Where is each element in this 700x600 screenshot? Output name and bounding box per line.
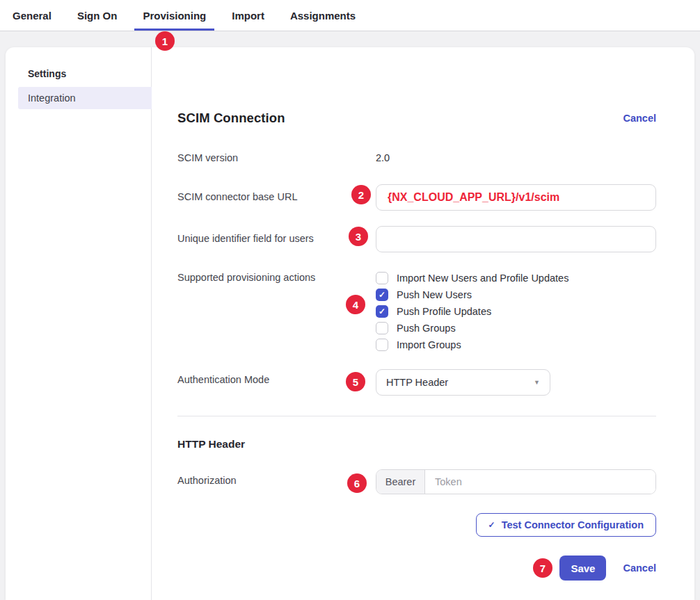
scim-version-value: 2.0: [376, 152, 656, 163]
annotation-badge-4: 4: [346, 295, 365, 314]
auth-mode-select[interactable]: HTTP Header ▼: [376, 369, 550, 396]
token-input[interactable]: [425, 470, 655, 494]
chevron-down-icon: ▼: [534, 380, 540, 386]
checkbox-import-groups[interactable]: [376, 339, 388, 351]
authorization-input-group: Bearer: [376, 469, 656, 494]
checkbox-label: Push Profile Updates: [397, 306, 491, 317]
base-url-input[interactable]: [376, 184, 656, 211]
checkbox-label: Push Groups: [397, 323, 456, 334]
sidebar-item-integration[interactable]: Integration: [18, 87, 152, 109]
settings-sidebar: Settings Integration: [6, 47, 152, 600]
checkbox-row-push-new-users[interactable]: Push New Users: [376, 286, 656, 303]
scim-version-label: SCIM version: [177, 152, 376, 163]
checkbox-row-push-profile-updates[interactable]: Push Profile Updates: [376, 303, 656, 320]
provisioning-card: Settings Integration SCIM Connection Can…: [6, 47, 694, 600]
page-title: SCIM Connection: [177, 111, 285, 126]
annotation-badge-7: 7: [533, 558, 552, 578]
unique-identifier-label: Unique identifier field for users: [177, 226, 376, 252]
http-header-section-title: HTTP Header: [177, 438, 656, 452]
checkbox-label: Push New Users: [397, 289, 472, 300]
sidebar-heading: Settings: [28, 68, 151, 79]
authorization-label: Authorization: [177, 469, 376, 494]
checkbox-label: Import Groups: [397, 339, 461, 350]
annotation-badge-5: 5: [346, 372, 365, 391]
scim-connection-form: SCIM Connection Cancel SCIM version 2.0 …: [152, 47, 694, 600]
tab-general[interactable]: General: [4, 0, 60, 31]
test-connector-label: Test Connector Configuration: [502, 519, 644, 530]
provisioning-actions-group: Import New Users and Profile Updates Pus…: [376, 270, 656, 353]
annotation-badge-3: 3: [349, 227, 368, 246]
checkbox-push-profile-updates[interactable]: [376, 305, 388, 318]
tab-import[interactable]: Import: [223, 0, 273, 31]
check-icon: ✓: [488, 520, 495, 530]
checkbox-import-new-users[interactable]: [376, 272, 388, 284]
annotation-badge-2: 2: [351, 185, 371, 204]
bearer-prefix: Bearer: [376, 470, 425, 494]
checkbox-row-push-groups[interactable]: Push Groups: [376, 320, 656, 337]
test-connector-button[interactable]: ✓ Test Connector Configuration: [476, 513, 656, 537]
base-url-label: SCIM connector base URL: [177, 184, 376, 211]
tab-sign-on[interactable]: Sign On: [69, 0, 126, 31]
save-button[interactable]: Save: [559, 556, 606, 581]
auth-mode-selected-value: HTTP Header: [386, 377, 448, 388]
cancel-link-bottom[interactable]: Cancel: [623, 562, 656, 574]
unique-identifier-input[interactable]: [376, 226, 656, 252]
tab-assignments[interactable]: Assignments: [282, 0, 364, 31]
app-tabbar: General Sign On Provisioning Import Assi…: [0, 0, 700, 31]
tab-provisioning[interactable]: Provisioning: [134, 0, 214, 31]
annotation-badge-6: 6: [347, 473, 367, 493]
section-divider: [177, 416, 656, 416]
checkbox-label: Import New Users and Profile Updates: [397, 273, 568, 284]
checkbox-push-groups[interactable]: [376, 322, 388, 334]
annotation-badge-1: 1: [155, 31, 175, 51]
cancel-link-top[interactable]: Cancel: [623, 113, 656, 124]
checkbox-row-import-groups[interactable]: Import Groups: [376, 337, 656, 353]
checkbox-row-import-new-users[interactable]: Import New Users and Profile Updates: [376, 270, 656, 286]
provisioning-actions-label: Supported provisioning actions: [177, 270, 376, 353]
checkbox-push-new-users[interactable]: [376, 289, 388, 301]
